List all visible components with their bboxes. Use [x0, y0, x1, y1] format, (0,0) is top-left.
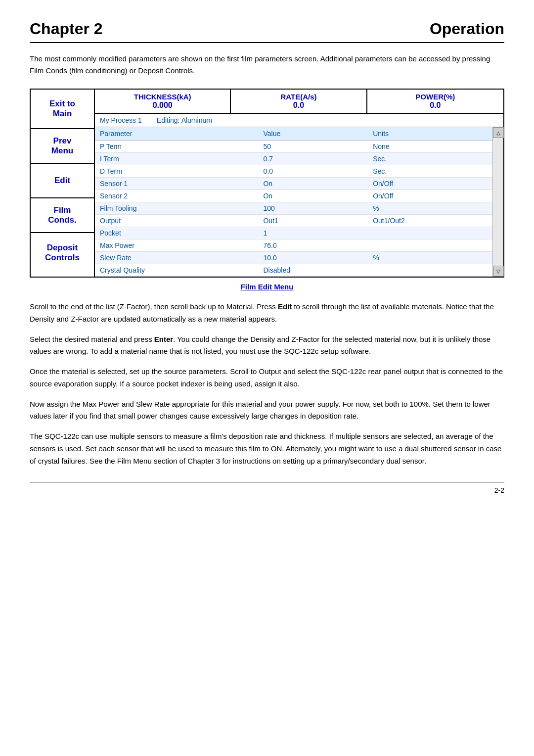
process-name: My Process 1 [100, 116, 142, 124]
body-paragraphs: Scroll to the end of the list (Z-Factor)… [30, 301, 504, 467]
param-cell: Slew Rate [95, 252, 258, 264]
table-row[interactable]: Max Power76.0 [95, 239, 492, 252]
table-row[interactable]: D Term0.0Sec. [95, 165, 492, 178]
param-cell: I Term [95, 153, 258, 165]
rate-label: RATE(A/s) [280, 93, 316, 101]
table-header-row: Parameter Value Units [95, 127, 492, 141]
table-row[interactable]: Slew Rate10.0% [95, 252, 492, 264]
chapter-label: Chapter 2 [30, 20, 103, 38]
value-cell: On [258, 190, 368, 202]
process-row: My Process 1 Editing: Aluminum [95, 114, 503, 127]
page-number: 2-2 [494, 486, 504, 494]
thickness-value: 0.000 [153, 101, 173, 110]
units-header: Units [368, 127, 492, 141]
rate-value: 0.0 [293, 101, 304, 110]
figure-caption: Film Edit Menu [30, 283, 504, 291]
param-cell: Pocket [95, 227, 258, 239]
thickness-metric: THICKNESS(kA) 0.000 [95, 90, 231, 113]
units-cell: On/Off [368, 190, 492, 202]
value-header: Value [258, 127, 368, 141]
table-row[interactable]: Sensor 2OnOn/Off [95, 190, 492, 202]
body-paragraph-5: The SQC-122c can use multiple sensors to… [30, 430, 504, 467]
param-cell: Sensor 1 [95, 178, 258, 190]
value-cell: 76.0 [258, 239, 368, 252]
units-cell [368, 264, 492, 277]
value-cell: 1 [258, 227, 368, 239]
param-cell: Output [95, 215, 258, 227]
sidebar: Exit to Main Prev Menu Edit Film Conds. … [31, 90, 95, 277]
table-area: Parameter Value Units P Term50NoneI Term… [95, 127, 503, 277]
parameters-table: Parameter Value Units P Term50NoneI Term… [95, 127, 492, 277]
units-cell: % [368, 202, 492, 215]
power-value: 0.0 [430, 101, 441, 110]
param-cell: Crystal Quality [95, 264, 258, 277]
power-label: POWER(%) [415, 93, 455, 101]
rate-metric: RATE(A/s) 0.0 [231, 90, 367, 113]
value-cell: 50 [258, 141, 368, 153]
units-cell: On/Off [368, 178, 492, 190]
editing-label: Editing: Aluminum [157, 116, 212, 124]
param-cell: Sensor 2 [95, 190, 258, 202]
power-metric: POWER(%) 0.0 [367, 90, 503, 113]
main-content: THICKNESS(kA) 0.000 RATE(A/s) 0.0 POWER(… [95, 90, 503, 277]
scrollbar: △ ▽ [492, 127, 503, 277]
units-cell: % [368, 252, 492, 264]
units-cell [368, 239, 492, 252]
table-row[interactable]: Sensor 1OnOn/Off [95, 178, 492, 190]
value-cell: Disabled [258, 264, 368, 277]
metrics-row: THICKNESS(kA) 0.000 RATE(A/s) 0.0 POWER(… [95, 90, 503, 114]
units-cell: Sec. [368, 165, 492, 178]
value-cell: 0.0 [258, 165, 368, 178]
body-paragraph-3: Once the material is selected, set up th… [30, 366, 504, 390]
value-cell: Out1 [258, 215, 368, 227]
param-header: Parameter [95, 127, 258, 141]
table-row[interactable]: Pocket1 [95, 227, 492, 239]
page-header: Chapter 2 Operation [30, 20, 504, 43]
body-paragraph-2: Select the desired material and press En… [30, 333, 504, 358]
thickness-label: THICKNESS(kA) [134, 93, 191, 101]
operation-label: Operation [430, 20, 504, 38]
screen-ui: Exit to Main Prev Menu Edit Film Conds. … [30, 89, 504, 278]
value-cell: 10.0 [258, 252, 368, 264]
table-row[interactable]: Crystal QualityDisabled [95, 264, 492, 277]
body-paragraph-4: Now assign the Max Power and Slew Rate a… [30, 398, 504, 423]
body-paragraph-1: Scroll to the end of the list (Z-Factor)… [30, 301, 504, 326]
film-conds-button[interactable]: Film Conds. [31, 198, 94, 233]
table-row[interactable]: Film Tooling100% [95, 202, 492, 215]
value-cell: 0.7 [258, 153, 368, 165]
intro-paragraph: The most commonly modified parameters ar… [30, 53, 504, 77]
page-footer: 2-2 [30, 482, 504, 494]
units-cell [368, 227, 492, 239]
table-row[interactable]: I Term0.7Sec. [95, 153, 492, 165]
scroll-up-arrow[interactable]: △ [493, 127, 504, 138]
scroll-down-arrow[interactable]: ▽ [493, 266, 504, 277]
table-row[interactable]: P Term50None [95, 141, 492, 153]
value-cell: On [258, 178, 368, 190]
table-row[interactable]: OutputOut1Out1/Out2 [95, 215, 492, 227]
units-cell: None [368, 141, 492, 153]
deposit-controls-button[interactable]: Deposit Controls [31, 233, 94, 273]
units-cell: Sec. [368, 153, 492, 165]
param-cell: D Term [95, 165, 258, 178]
value-cell: 100 [258, 202, 368, 215]
units-cell: Out1/Out2 [368, 215, 492, 227]
param-cell: P Term [95, 141, 258, 153]
exit-to-main-button[interactable]: Exit to Main [31, 90, 94, 129]
edit-button[interactable]: Edit [31, 164, 94, 198]
prev-menu-button[interactable]: Prev Menu [31, 129, 94, 164]
param-cell: Film Tooling [95, 202, 258, 215]
param-cell: Max Power [95, 239, 258, 252]
